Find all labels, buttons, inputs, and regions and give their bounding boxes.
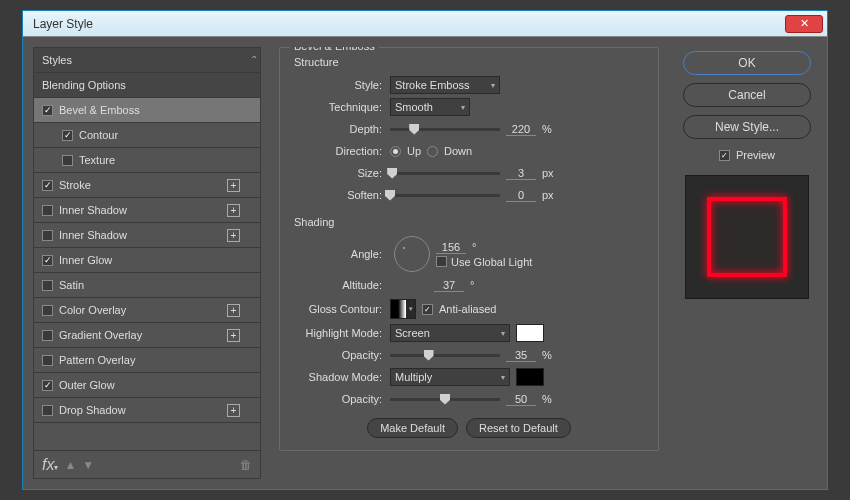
preview-checkbox[interactable] — [719, 150, 730, 161]
style-checkbox[interactable] — [62, 130, 73, 141]
soften-label: Soften: — [290, 189, 390, 201]
styles-panel: Styles ⌃ Blending Options Bevel & Emboss… — [33, 47, 261, 479]
style-item-inner-glow[interactable]: Inner Glow — [34, 248, 260, 273]
depth-field[interactable]: 220 — [506, 123, 536, 136]
styles-footer: fx▾ ▲ ▼ 🗑 — [34, 450, 260, 478]
shadow-opacity-field[interactable]: 50 — [506, 393, 536, 406]
altitude-field[interactable]: 37 — [434, 279, 464, 292]
style-checkbox[interactable] — [42, 330, 53, 341]
style-item-satin[interactable]: Satin — [34, 273, 260, 298]
style-item-texture[interactable]: Texture — [34, 148, 260, 173]
highlight-opacity-slider[interactable] — [390, 354, 500, 357]
ok-button[interactable]: OK — [683, 51, 811, 75]
gloss-contour-picker[interactable]: ▾ — [390, 299, 416, 319]
style-checkbox[interactable] — [42, 255, 53, 266]
shadow-opacity-slider[interactable] — [390, 398, 500, 401]
slider-thumb[interactable] — [409, 124, 419, 135]
chevron-down-icon: ▾ — [491, 81, 495, 90]
style-select[interactable]: Stroke Emboss▾ — [390, 76, 500, 94]
trash-icon[interactable]: 🗑 — [240, 458, 252, 472]
cancel-button[interactable]: Cancel — [683, 83, 811, 107]
direction-down-radio[interactable] — [427, 146, 438, 157]
style-item-pattern-overlay[interactable]: Pattern Overlay — [34, 348, 260, 373]
preview-box — [685, 175, 809, 299]
global-light-label: Use Global Light — [451, 256, 532, 268]
slider-thumb[interactable] — [424, 350, 434, 361]
direction-up-radio[interactable] — [390, 146, 401, 157]
chevron-down-icon: ▾ — [406, 300, 415, 318]
antialiased-label: Anti-aliased — [439, 303, 496, 315]
style-item-label: Outer Glow — [59, 379, 115, 391]
fx-menu[interactable]: fx▾ — [42, 456, 58, 474]
highlight-mode-label: Highlight Mode: — [290, 327, 390, 339]
depth-slider[interactable] — [390, 128, 500, 131]
styles-header-row[interactable]: Styles ⌃ — [34, 48, 260, 73]
highlight-mode-select[interactable]: Screen▾ — [390, 324, 510, 342]
shadow-color-swatch[interactable] — [516, 368, 544, 386]
shadow-mode-select[interactable]: Multiply▾ — [390, 368, 510, 386]
style-item-label: Texture — [79, 154, 115, 166]
style-checkbox[interactable] — [42, 230, 53, 241]
size-field[interactable]: 3 — [506, 167, 536, 180]
slider-thumb[interactable] — [440, 394, 450, 405]
style-checkbox[interactable] — [42, 280, 53, 291]
size-slider[interactable] — [390, 172, 500, 175]
style-checkbox[interactable] — [42, 305, 53, 316]
add-effect-icon[interactable]: + — [227, 204, 240, 217]
chevron-down-icon: ▾ — [461, 103, 465, 112]
make-default-button[interactable]: Make Default — [367, 418, 458, 438]
style-item-inner-shadow[interactable]: Inner Shadow+ — [34, 198, 260, 223]
direction-label: Direction: — [290, 145, 390, 157]
angle-label: Angle: — [290, 248, 390, 260]
new-style-button[interactable]: New Style... — [683, 115, 811, 139]
soften-slider[interactable] — [390, 194, 500, 197]
chevron-down-icon: ▾ — [501, 329, 505, 338]
technique-select[interactable]: Smooth▾ — [390, 98, 470, 116]
style-checkbox[interactable] — [42, 180, 53, 191]
reset-default-button[interactable]: Reset to Default — [466, 418, 571, 438]
antialiased-checkbox[interactable] — [422, 304, 433, 315]
style-item-stroke[interactable]: Stroke+ — [34, 173, 260, 198]
layer-style-dialog: Layer Style ✕ Styles ⌃ Blending Options … — [22, 10, 828, 490]
style-item-bevel-emboss[interactable]: Bevel & Emboss — [34, 98, 260, 123]
highlight-color-swatch[interactable] — [516, 324, 544, 342]
style-item-gradient-overlay[interactable]: Gradient Overlay+ — [34, 323, 260, 348]
close-button[interactable]: ✕ — [785, 15, 823, 33]
move-down-icon[interactable]: ▼ — [82, 458, 94, 472]
technique-label: Technique: — [290, 101, 390, 113]
global-light-checkbox[interactable] — [436, 256, 447, 267]
blending-options-row[interactable]: Blending Options — [34, 73, 260, 98]
add-effect-icon[interactable]: + — [227, 229, 240, 242]
style-item-outer-glow[interactable]: Outer Glow — [34, 373, 260, 398]
highlight-opacity-field[interactable]: 35 — [506, 349, 536, 362]
style-item-contour[interactable]: Contour — [34, 123, 260, 148]
style-checkbox[interactable] — [42, 105, 53, 116]
style-item-color-overlay[interactable]: Color Overlay+ — [34, 298, 260, 323]
add-effect-icon[interactable]: + — [227, 304, 240, 317]
style-item-label: Pattern Overlay — [59, 354, 135, 366]
gloss-contour-label: Gloss Contour: — [290, 303, 390, 315]
style-checkbox[interactable] — [42, 205, 53, 216]
style-item-label: Inner Glow — [59, 254, 112, 266]
direction-down-label: Down — [444, 145, 472, 157]
style-checkbox[interactable] — [42, 405, 53, 416]
group-title: Bevel & Emboss — [290, 47, 379, 52]
add-effect-icon[interactable]: + — [227, 329, 240, 342]
style-checkbox[interactable] — [42, 355, 53, 366]
style-item-drop-shadow[interactable]: Drop Shadow+ — [34, 398, 260, 423]
add-effect-icon[interactable]: + — [227, 179, 240, 192]
style-item-label: Satin — [59, 279, 84, 291]
angle-dial[interactable] — [394, 236, 430, 272]
angle-field[interactable]: 156 — [436, 241, 466, 254]
depth-unit: % — [542, 123, 560, 135]
style-checkbox[interactable] — [62, 155, 73, 166]
move-up-icon[interactable]: ▲ — [64, 458, 76, 472]
add-effect-icon[interactable]: + — [227, 404, 240, 417]
altitude-label: Altitude: — [290, 279, 390, 291]
scroll-up-icon[interactable]: ⌃ — [250, 54, 258, 65]
soften-field[interactable]: 0 — [506, 189, 536, 202]
style-item-inner-shadow[interactable]: Inner Shadow+ — [34, 223, 260, 248]
style-checkbox[interactable] — [42, 380, 53, 391]
action-panel: OK Cancel New Style... Preview — [677, 47, 817, 479]
titlebar[interactable]: Layer Style ✕ — [23, 11, 827, 37]
